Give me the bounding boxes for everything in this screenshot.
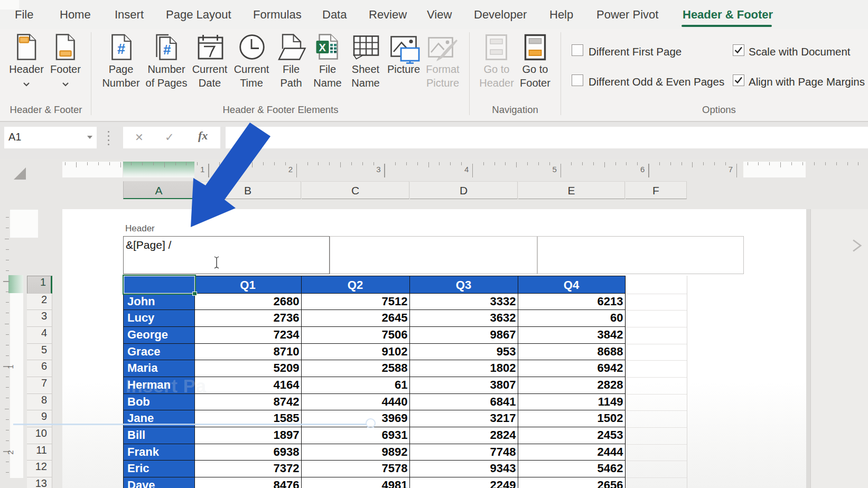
svg-text:#: # xyxy=(117,41,125,57)
svg-text:#: # xyxy=(163,42,171,58)
svg-text:X: X xyxy=(319,42,326,53)
